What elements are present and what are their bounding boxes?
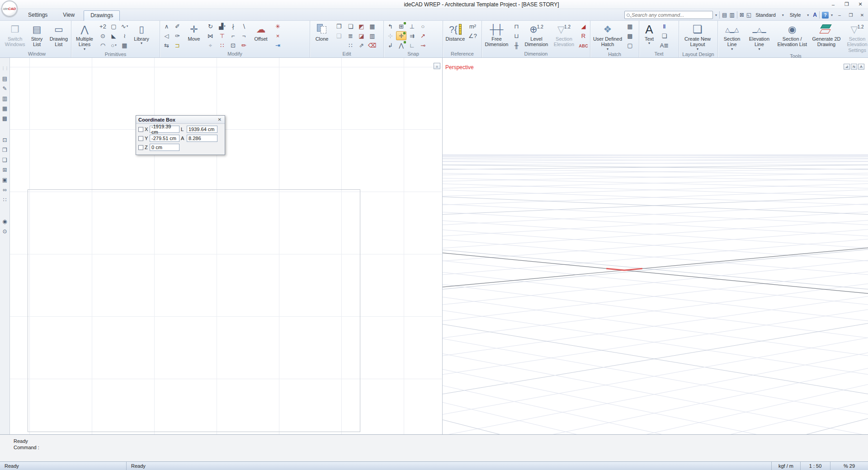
create-new-layout-button[interactable]: ❏ Create New Layout ▾	[680, 22, 715, 51]
coordinate-box-dialog[interactable]: Coordinate Box ✕ X -1919.39 cm L 1939.64…	[136, 115, 225, 155]
perspective-view[interactable]: Perspective ⊿ N A	[442, 58, 868, 434]
angle-query-icon[interactable]: ∠?	[467, 31, 478, 40]
text-file-icon[interactable]: ❏	[659, 31, 670, 40]
switch-windows-button[interactable]: ❒ Switch Windows	[4, 22, 26, 47]
offset-node-icon[interactable]: +2	[98, 22, 108, 31]
solid-hatch-icon[interactable]: ▩	[625, 31, 635, 40]
nearest-snap-icon[interactable]: ↗	[418, 31, 428, 40]
sidebar-properties-icon[interactable]: ▤	[1, 75, 9, 82]
command-search-box[interactable]	[624, 11, 713, 19]
l-value-field[interactable]: 1939.64 cm	[187, 126, 217, 133]
a-value-field[interactable]: 8.286	[187, 135, 217, 142]
divide-icon[interactable]: ⊤	[217, 31, 227, 40]
y-value-field[interactable]: -279.51 cm	[150, 135, 179, 142]
status-zoom[interactable]: % 29	[830, 462, 868, 470]
style-combo[interactable]: Style▾	[788, 11, 811, 19]
move-button[interactable]: ✛ Move	[184, 22, 204, 42]
standard-combo[interactable]: Standard▾	[754, 11, 786, 19]
isolate-icon[interactable]: ◩	[356, 22, 367, 31]
sidebar-doc-icon[interactable]: ⊡	[1, 136, 9, 144]
edit-note-icon[interactable]: ⊐	[172, 41, 183, 50]
ruler-pen-icon[interactable]: ✐	[172, 22, 183, 31]
grid-snap-icon[interactable]: ⊞	[396, 22, 406, 31]
close-button[interactable]: ✕	[854, 0, 867, 9]
plan-view[interactable]: ▵	[10, 58, 442, 434]
multiple-lines-button[interactable]: ⋀ Multiple Lines ▾	[73, 22, 96, 51]
tangent-snap-icon[interactable]: ○	[418, 22, 428, 31]
point-array-icon[interactable]: ∷	[345, 41, 356, 50]
layer-stack-icon[interactable]: ▥	[729, 12, 734, 18]
extend-icon[interactable]: ∖	[239, 22, 249, 31]
sidebar-snap-icon[interactable]: ⊙	[1, 228, 9, 235]
ortho-snap-icon[interactable]: ∟	[407, 41, 417, 50]
measure-move-icon[interactable]: ⇗	[356, 41, 367, 50]
object-snap-icon[interactable]: ✛	[396, 31, 406, 40]
y-lock-checkbox[interactable]	[138, 136, 143, 141]
layer-list-icon[interactable]: ▤	[722, 12, 727, 18]
freehand-icon[interactable]: ≀	[119, 31, 130, 40]
select-rect-icon[interactable]: ⊡	[228, 41, 238, 50]
spline-icon[interactable]: ∿▾	[119, 22, 130, 31]
sidebar-view-icon[interactable]: ◉	[1, 218, 9, 225]
eraser-icon[interactable]: ⌫	[367, 41, 377, 50]
image-icon[interactable]: ▦	[119, 41, 130, 50]
help-button[interactable]: ?	[822, 12, 829, 19]
angle-measure-icon[interactable]: ∧	[161, 22, 172, 31]
rotate-icon[interactable]: ↻	[205, 22, 216, 31]
break-point-icon[interactable]: ⇥	[273, 41, 283, 50]
doc-minimize-button[interactable]: –	[835, 11, 844, 19]
search-dropdown-icon[interactable]: ▾	[715, 13, 717, 17]
section-elevation-list-button[interactable]: ◉ Section / Elevation List	[774, 22, 811, 47]
sidebar-edit-icon[interactable]: ✎	[1, 85, 9, 92]
search-input[interactable]	[632, 12, 711, 18]
sidebar-grid-icon[interactable]: ▦	[1, 105, 9, 112]
copy-icon[interactable]: ❐	[334, 22, 344, 31]
break-cross-icon[interactable]: ×	[273, 31, 283, 40]
x-lock-checkbox[interactable]	[138, 127, 143, 132]
cloud-sketch-icon[interactable]: ▢	[108, 22, 119, 31]
dimension-outer-icon[interactable]: ⊓	[511, 22, 522, 31]
generate-2d-drawing-button[interactable]: Generate 2D Drawing	[812, 22, 841, 47]
group-icon[interactable]: ❏	[345, 22, 356, 31]
ucs-rotate-icon[interactable]: ↰	[385, 22, 396, 31]
radius-dimension-icon[interactable]: R	[578, 31, 589, 40]
axes-reference-icon[interactable]: ⊹	[385, 31, 396, 40]
dimension-inner-icon[interactable]: ⊔	[511, 31, 522, 40]
doc-restore-button[interactable]: ❐	[846, 11, 855, 19]
layer-move-icon[interactable]: ◪	[356, 31, 367, 40]
distance-button[interactable]: ?{ Distance	[444, 22, 466, 42]
circle-icon[interactable]: ⊙	[98, 31, 108, 40]
sidebar-hatch-icon[interactable]: ▩	[1, 115, 9, 122]
array-icon[interactable]: ▟▾	[217, 22, 227, 31]
collapse-panel-button[interactable]: ▵	[434, 63, 440, 69]
polygon-node-icon[interactable]: ◁	[161, 31, 172, 40]
drawing-list-button[interactable]: ▭ Drawing List	[48, 22, 70, 47]
z-lock-checkbox[interactable]	[138, 145, 143, 150]
minimize-button[interactable]: –	[826, 0, 840, 9]
match-properties-icon[interactable]: ✑	[172, 31, 183, 40]
section-elevation-settings-button[interactable]: ▽1.2 Section Elevation Settings	[842, 22, 868, 53]
column-text-icon[interactable]: Ⅱ	[659, 22, 670, 31]
move-node-icon[interactable]: ∷	[217, 41, 227, 50]
elevation-line-button[interactable]: ▁△▁ Elevation Line ▾	[746, 22, 772, 51]
trim-icon[interactable]: ∤	[228, 22, 238, 31]
explode-icon[interactable]: ✏	[239, 41, 249, 50]
sidebar-table-icon[interactable]: ▣	[1, 176, 9, 183]
sidebar-add-icon[interactable]: ⊞	[1, 166, 9, 174]
clone-button[interactable]: Clone	[311, 22, 332, 42]
restore-button[interactable]: ❐	[840, 0, 854, 9]
paste-icon[interactable]: ❑	[334, 31, 344, 40]
free-dimension-button[interactable]: ┼┼ Free Dimension	[483, 22, 510, 47]
help-dropdown-icon[interactable]: ▾	[831, 13, 833, 17]
tab-view[interactable]: View	[57, 10, 81, 21]
slope-dimension-icon[interactable]: ◢	[578, 22, 589, 31]
ellipse-icon[interactable]: ○▾	[108, 41, 119, 50]
align-icon[interactable]: ⌖	[205, 41, 216, 50]
grid-select-icon[interactable]: ▦	[367, 22, 377, 31]
close-icon[interactable]: ✕	[217, 117, 222, 122]
tab-drawings[interactable]: Drawings	[84, 10, 120, 21]
library-button[interactable]: ▯ Library ▾	[131, 22, 152, 45]
parallel-snap-icon[interactable]: ⇉	[407, 31, 417, 40]
polyline-snap-icon[interactable]: ⋀	[396, 41, 406, 50]
sidebar-layers-icon[interactable]: ▥	[1, 95, 9, 102]
